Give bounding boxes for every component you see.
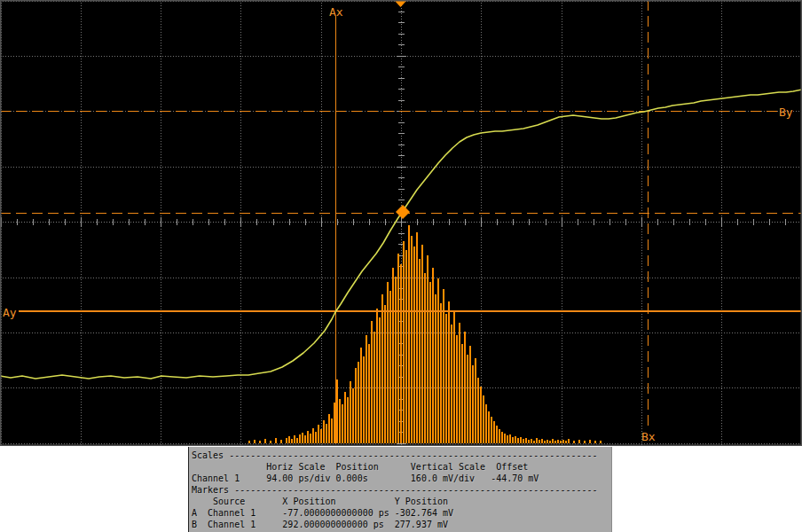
oscilloscope-screen: Ax Ay Bx By Scales ---------------------… — [0, 0, 802, 532]
markers-header-row: Markers --------------------------------… — [192, 484, 611, 496]
readout-panel: Scales ---------------------------------… — [188, 447, 612, 532]
scales-header-row: Scales ---------------------------------… — [192, 450, 611, 461]
histogram-bars — [248, 225, 602, 443]
graticule-display: Ax Ay Bx By — [0, 0, 802, 446]
trigger-marker-icon[interactable] — [395, 1, 406, 7]
scales-channel-row: Channel 1 94.00 ps/div 0.000s 160.0 mV/d… — [192, 473, 611, 484]
marker-ax-label: Ax — [329, 5, 343, 19]
marker-by-label: By — [779, 106, 793, 119]
marker-b-row: B Channel 1 292.000000000000 ps 277.937 … — [192, 519, 611, 530]
plot-area: Ax Ay Bx By — [0, 0, 802, 446]
marker-bx-label: Bx — [641, 430, 656, 443]
marker-a-row: A Channel 1 -77.0000000000000 ps -302.76… — [192, 507, 611, 519]
markers-column-row: Source X Position Y Position — [192, 496, 611, 507]
jitter-histogram — [248, 225, 602, 443]
marker-ay-label: Ay — [3, 306, 17, 319]
marker-handles — [395, 1, 410, 219]
scales-column-row: Horiz Scale Position Vertical Scale Offs… — [192, 461, 611, 473]
track-diamond-icon[interactable] — [396, 205, 410, 219]
